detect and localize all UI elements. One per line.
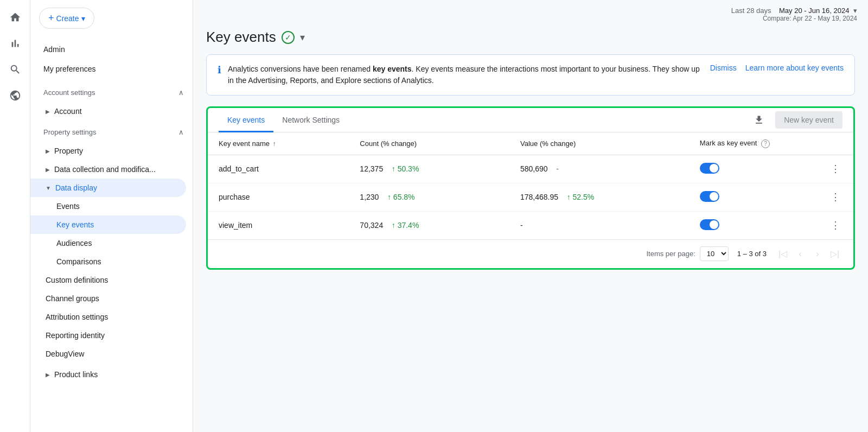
account-item[interactable]: ▶ Account <box>30 102 193 120</box>
events-sub-item[interactable]: Events <box>30 197 193 215</box>
property-item[interactable]: ▶ Property <box>30 142 193 160</box>
product-links-section: ▶ Product links <box>30 365 193 384</box>
first-page-btn[interactable]: |◁ <box>775 246 790 262</box>
help-icon[interactable]: ? <box>761 139 770 148</box>
create-label: Create <box>56 14 79 23</box>
expand-icon-productlinks: ▶ <box>46 372 50 378</box>
toggle-view-item[interactable]: ✓ <box>700 219 719 230</box>
account-settings-section: Account settings ∧ ▶ Account <box>30 83 193 120</box>
event-name-cell: purchase <box>208 183 349 211</box>
expand-icon-datacol: ▶ <box>46 167 50 173</box>
sidebar-top-links: Admin My preferences <box>30 37 193 81</box>
product-links-item[interactable]: ▶ Product links <box>30 365 193 384</box>
network-settings-tab[interactable]: Network Settings <box>273 108 348 132</box>
dismiss-link[interactable]: Dismiss <box>710 63 737 72</box>
key-events-sub-item[interactable]: Key events <box>30 215 186 234</box>
date-period: Last 28 days <box>731 7 771 15</box>
value-cell: 580,690 - <box>509 155 689 183</box>
col-header-value: Value (% change) <box>509 132 689 155</box>
new-key-event-button[interactable]: New key event <box>775 111 843 129</box>
last-page-btn[interactable]: ▷| <box>827 246 843 262</box>
property-settings-header[interactable]: Property settings ∧ <box>30 123 193 142</box>
count-cell: 70,324 ↑ 37.4% <box>349 211 509 239</box>
reporting-identity-item[interactable]: Reporting identity <box>30 326 193 345</box>
search-icon[interactable] <box>4 59 26 80</box>
pagination-row: Items per page: 10 25 50 1 – 3 of 3 |◁ ‹… <box>208 239 853 268</box>
table-tabs: Key events Network Settings New key even… <box>208 108 853 132</box>
count-cell: 1,230 ↑ 65.8% <box>349 183 509 211</box>
data-table: Key event name ↑ Count (% change) Value … <box>208 132 853 239</box>
date-dates: May 20 - Jun 16, 2024 <box>779 7 849 15</box>
chevron-up-icon-2: ∧ <box>178 128 184 136</box>
table-row: view_item 70,324 ↑ 37.4% - <box>208 211 853 239</box>
table-card: Key events Network Settings New key even… <box>206 106 855 270</box>
value-change: ↑ 52.5% <box>567 193 595 201</box>
count-change: ↑ 37.4% <box>392 221 419 230</box>
my-preferences-link[interactable]: My preferences <box>30 59 193 79</box>
date-range: Last 28 days May 20 - Jun 16, 2024 ▾ Com… <box>731 7 857 22</box>
table-tabs-left: Key events Network Settings <box>219 108 348 132</box>
comparisons-sub-item[interactable]: Comparisons <box>30 252 193 271</box>
debugview-item[interactable]: DebugView <box>30 345 193 363</box>
advertising-icon[interactable] <box>4 85 26 106</box>
icon-rail <box>0 0 30 432</box>
mark-cell: ✓ <box>689 155 818 183</box>
verified-badge[interactable]: ✓ <box>282 31 295 44</box>
prev-page-btn[interactable]: ‹ <box>793 246 808 262</box>
download-button[interactable] <box>749 110 769 130</box>
pagination-info: 1 – 3 of 3 <box>737 250 767 258</box>
data-collection-item[interactable]: ▶ Data collection and modifica... <box>30 160 193 179</box>
col-header-count: Count (% change) <box>349 132 509 155</box>
custom-definitions-item[interactable]: Custom definitions <box>30 271 193 289</box>
page-title: Key events <box>206 29 276 46</box>
per-page-select[interactable]: 10 25 50 <box>700 246 729 261</box>
col-header-event-name: Key event name ↑ <box>208 132 349 155</box>
col-header-mark: Mark as key event ? <box>689 132 818 155</box>
items-per-page-label: Items per page: <box>646 250 695 258</box>
title-dropdown-icon[interactable]: ▾ <box>300 31 305 43</box>
create-button[interactable]: + Create ▾ <box>39 8 94 29</box>
expand-icon-property: ▶ <box>46 148 50 154</box>
count-change: ↑ 50.3% <box>392 164 419 173</box>
reports-icon[interactable] <box>4 33 26 54</box>
key-events-tab[interactable]: Key events <box>219 108 273 132</box>
items-per-page: Items per page: 10 25 50 <box>646 246 728 261</box>
table-row: purchase 1,230 ↑ 65.8% 178,468.95 <box>208 183 853 211</box>
next-page-btn[interactable]: › <box>810 246 825 262</box>
plus-icon: + <box>48 12 54 24</box>
home-icon[interactable] <box>4 7 26 28</box>
create-dropdown-icon: ▾ <box>81 14 85 23</box>
date-dropdown-icon[interactable]: ▾ <box>853 7 857 15</box>
more-vert-icon-3[interactable]: ⋮ <box>828 218 843 233</box>
info-icon: ℹ <box>218 64 221 76</box>
more-cell: ⋮ <box>818 155 853 183</box>
table-row: add_to_cart 12,375 ↑ 50.3% 580,690 <box>208 155 853 183</box>
compare-date: Compare: Apr 22 - May 19, 2024 <box>731 15 857 22</box>
top-bar: Last 28 days May 20 - Jun 16, 2024 ▾ Com… <box>193 0 868 29</box>
sidebar: + Create ▾ Admin My preferences Account … <box>30 0 193 432</box>
more-vert-icon-2[interactable]: ⋮ <box>828 189 843 205</box>
data-display-item[interactable]: ▼ Data display <box>30 179 186 197</box>
mark-cell: ✓ <box>689 211 818 239</box>
mark-cell: ✓ <box>689 183 818 211</box>
toggle-add-to-cart[interactable]: ✓ <box>700 163 719 174</box>
content-area: Key events ✓ ▾ ℹ Analytics conversions h… <box>193 29 868 283</box>
admin-link[interactable]: Admin <box>30 40 193 59</box>
value-cell: 178,468.95 ↑ 52.5% <box>509 183 689 211</box>
count-cell: 12,375 ↑ 50.3% <box>349 155 509 183</box>
attribution-settings-item[interactable]: Attribution settings <box>30 308 193 326</box>
more-vert-icon[interactable]: ⋮ <box>828 161 843 176</box>
sort-icon[interactable]: ↑ <box>273 140 276 148</box>
learn-more-link[interactable]: Learn more about key events <box>745 63 844 72</box>
channel-groups-item[interactable]: Channel groups <box>30 289 193 308</box>
chevron-up-icon: ∧ <box>178 88 184 97</box>
event-name-cell: view_item <box>208 211 349 239</box>
main-content: Last 28 days May 20 - Jun 16, 2024 ▾ Com… <box>193 0 868 432</box>
toggle-purchase[interactable]: ✓ <box>700 191 719 202</box>
account-settings-header[interactable]: Account settings ∧ <box>30 83 193 102</box>
audiences-sub-item[interactable]: Audiences <box>30 234 193 252</box>
pagination-btns: |◁ ‹ › ▷| <box>775 246 843 262</box>
property-settings-section: Property settings ∧ ▶ Property ▶ Data co… <box>30 123 193 363</box>
table-actions: New key event <box>749 110 843 130</box>
info-banner-actions: Dismiss Learn more about key events <box>710 63 844 72</box>
